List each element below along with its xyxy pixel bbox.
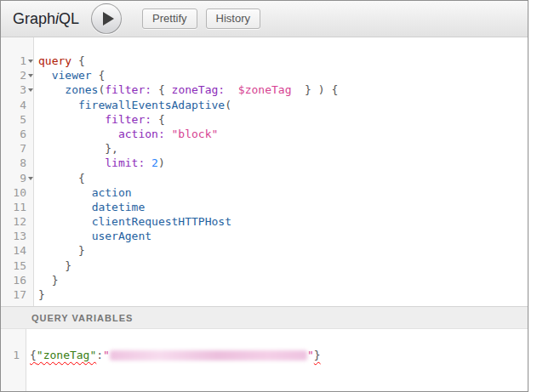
fold-gutter (26, 287, 34, 302)
code-text: } (34, 287, 45, 302)
code-text: userAgent (34, 229, 151, 243)
code-text: } (34, 243, 85, 258)
line-number: 14 (1, 243, 26, 258)
code-text: datetime (34, 200, 145, 214)
code-text: zones(filter: { zoneTag: $zoneTag } ) { (34, 82, 338, 97)
history-button[interactable]: History (206, 9, 260, 29)
fold-gutter (20, 348, 26, 362)
fold-gutter (26, 229, 34, 243)
line-number: 9 (1, 171, 26, 185)
fold-gutter (26, 185, 34, 200)
code-line: 15 } (1, 258, 528, 273)
code-line: 10 action (1, 185, 528, 200)
app-title-text: Graph (13, 10, 55, 27)
line-number: 17 (1, 287, 26, 302)
code-text: viewer { (34, 68, 105, 82)
line-number: 12 (1, 214, 26, 229)
line-number: 11 (1, 200, 26, 214)
line-number: 5 (1, 112, 26, 127)
fold-arrow-icon[interactable] (28, 74, 33, 77)
query-editor[interactable]: 1query {2 viewer {3 zones(filter: { zone… (1, 37, 528, 306)
query-code: 1query {2 viewer {3 zones(filter: { zone… (1, 54, 528, 302)
code-text: action: "block" (34, 127, 218, 141)
line-number: 1 (1, 54, 26, 68)
code-line: 14 } (1, 243, 528, 258)
code-text: limit: 2) (34, 156, 165, 170)
line-number: 7 (1, 141, 26, 156)
code-line: 11 datetime (1, 200, 528, 214)
code-line: 6 action: "block" (1, 127, 528, 141)
app-title: GraphiQL (13, 10, 79, 28)
line-number: 3 (1, 82, 26, 97)
fold-gutter (26, 214, 34, 229)
code-line: 12 clientRequestHTTPHost (1, 214, 528, 229)
play-icon (103, 12, 114, 26)
code-text: firewallEventsAdaptive( (34, 98, 231, 112)
code-line: 3 zones(filter: { zoneTag: $zoneTag } ) … (1, 82, 528, 97)
fold-gutter (26, 171, 34, 185)
code-text: {"zoneTag":""} (26, 348, 321, 362)
code-line: 4 firewallEventsAdaptive( (1, 98, 528, 112)
code-text: } (34, 273, 58, 287)
query-variables-header[interactable]: QUERY VARIABLES (1, 306, 528, 329)
prettify-button[interactable]: Prettify (142, 9, 197, 29)
fold-gutter (26, 141, 34, 156)
code-line: 9 { (1, 171, 528, 185)
code-line: 8 limit: 2) (1, 156, 528, 170)
code-line: 5 filter: { (1, 112, 528, 127)
code-line: 1query { (1, 54, 528, 68)
graphiql-app: GraphiQL Prettify History 1query {2 view… (0, 0, 528, 392)
line-number: 4 (1, 98, 26, 112)
code-text: }, (34, 141, 118, 156)
fold-arrow-icon[interactable] (28, 60, 33, 63)
line-number: 1 (1, 348, 20, 362)
code-text: clientRequestHTTPHost (34, 214, 231, 229)
fold-gutter (26, 82, 34, 97)
line-number: 13 (1, 229, 26, 243)
code-text: filter: { (34, 112, 165, 127)
code-text: action (34, 185, 132, 200)
fold-arrow-icon[interactable] (28, 88, 33, 92)
line-number: 6 (1, 127, 26, 141)
app-title-text: QL (59, 10, 79, 27)
variables-code: 1{"zoneTag":""} (1, 348, 528, 362)
line-number: 8 (1, 156, 26, 170)
variables-editor[interactable]: 1{"zoneTag":""} (1, 329, 528, 391)
query-variables-title: QUERY VARIABLES (31, 313, 133, 323)
fold-gutter (26, 243, 34, 258)
code-line: 17} (1, 287, 528, 302)
fold-gutter (26, 127, 34, 141)
execute-query-button[interactable] (91, 3, 122, 34)
code-line: 13 userAgent (1, 229, 528, 243)
code-line: 16 } (1, 273, 528, 287)
fold-gutter (26, 98, 34, 112)
code-line: 1{"zoneTag":""} (1, 348, 528, 362)
code-text: } (34, 258, 71, 273)
toolbar: GraphiQL Prettify History (1, 1, 528, 37)
code-line: 7 }, (1, 141, 528, 156)
code-text: query { (34, 54, 85, 68)
line-number: 16 (1, 273, 26, 287)
fold-gutter (26, 54, 34, 68)
fold-gutter (26, 258, 34, 273)
fold-arrow-icon[interactable] (28, 177, 33, 180)
code-text: { (34, 171, 85, 185)
fold-gutter (26, 200, 34, 214)
line-number: 15 (1, 258, 26, 273)
redacted-value (110, 350, 307, 361)
fold-gutter (26, 273, 34, 287)
fold-gutter (26, 156, 34, 170)
line-number: 2 (1, 68, 26, 82)
code-line: 2 viewer { (1, 68, 528, 82)
fold-gutter (26, 112, 34, 127)
line-number: 10 (1, 185, 26, 200)
fold-gutter (26, 68, 34, 82)
